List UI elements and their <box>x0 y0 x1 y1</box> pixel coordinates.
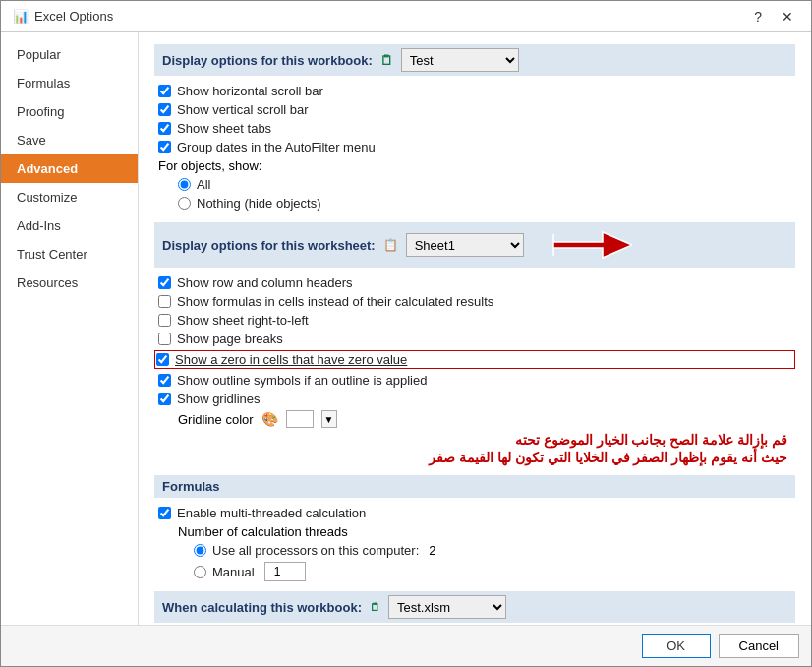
radio-nothing[interactable] <box>178 197 191 210</box>
gridline-color-label: Gridline color <box>178 412 254 427</box>
cancel-button[interactable]: Cancel <box>719 634 799 658</box>
sidebar-item-save[interactable]: Save <box>1 126 138 154</box>
when-calculating-label: When calculating this workbook: <box>162 600 362 615</box>
app-icon: 📊 <box>13 9 29 24</box>
arabic-text-line2: حيث أنه يقوم بإظهار الصفر في الخلايا الت… <box>162 450 787 465</box>
when-calculating-section-header: When calculating this workbook: 🗒 Test.x… <box>154 591 795 623</box>
vscroll-label: Show vertical scroll bar <box>177 102 309 117</box>
formulas-checkbox[interactable] <box>158 295 171 308</box>
rowcol-checkbox[interactable] <box>158 276 171 289</box>
sidebar-item-customize[interactable]: Customize <box>1 183 138 212</box>
svg-marker-0 <box>553 232 632 258</box>
outline-label: Show outline symbols if an outline is ap… <box>177 373 427 388</box>
gridlines-label: Show gridlines <box>177 392 261 406</box>
zeroval-row: Show a zero in cells that have zero valu… <box>154 350 795 369</box>
rtl-row: Show sheet right-to-left <box>154 313 795 328</box>
groupdates-row: Group dates in the AutoFilter menu <box>154 140 795 154</box>
sidebar-item-trustcenter[interactable]: Trust Center <box>1 240 138 269</box>
rtl-label: Show sheet right-to-left <box>177 313 309 328</box>
ok-button[interactable]: OK <box>642 634 711 658</box>
multithread-checkbox[interactable] <box>158 507 171 519</box>
arabic-text-line1: قم بإزالة علامة الصح بجانب الخيار الموضو… <box>162 432 787 448</box>
gridlines-row: Show gridlines <box>154 392 795 406</box>
sidebar-item-addins[interactable]: Add-Ins <box>1 212 138 240</box>
workbook-icon: 🗒 <box>380 53 393 68</box>
hscroll-checkbox[interactable] <box>158 85 171 97</box>
worksheet-dropdown[interactable]: Sheet1 <box>406 233 524 257</box>
manual-radio[interactable] <box>194 566 206 578</box>
sheettabs-checkbox[interactable] <box>158 122 171 135</box>
formulas-label: Show formulas in cells instead of their … <box>177 294 493 309</box>
gridline-color-dropdown-btn[interactable]: ▼ <box>321 410 337 428</box>
manual-label: Manual <box>212 565 255 579</box>
zeroval-label: Show a zero in cells that have zero valu… <box>175 352 407 367</box>
workbook-section-header: Display options for this workbook: 🗒 Tes… <box>154 44 795 76</box>
radio-all-label: All <box>197 177 210 192</box>
allprocessors-row: Use all processors on this computer: 2 <box>154 543 795 558</box>
title-bar: 📊 Excel Options ? ✕ <box>1 1 811 32</box>
radio-nothing-row: Nothing (hide objects) <box>154 196 795 211</box>
formulas-row: Show formulas in cells instead of their … <box>154 294 795 309</box>
radio-all[interactable] <box>178 178 191 191</box>
worksheet-section-header: Display options for this worksheet: 📋 Sh… <box>154 222 795 268</box>
rowcol-row: Show row and column headers <box>154 275 795 290</box>
gridline-color-icon: 🎨 <box>261 411 278 427</box>
hscroll-label: Show horizontal scroll bar <box>177 84 323 98</box>
num-threads-label: Number of calculation threads <box>178 524 348 539</box>
rowcol-label: Show row and column headers <box>177 275 353 290</box>
sheet-icon: 📋 <box>383 238 398 252</box>
vscroll-row: Show vertical scroll bar <box>154 102 795 117</box>
gridlines-checkbox[interactable] <box>158 393 171 405</box>
groupdates-checkbox[interactable] <box>158 141 171 153</box>
arrow-container <box>544 226 632 264</box>
main-content: Display options for this workbook: 🗒 Tes… <box>139 32 811 625</box>
workbook-dropdown[interactable]: Test <box>401 48 519 72</box>
allprocessors-label: Use all processors on this computer: <box>212 543 419 558</box>
sheettabs-row: Show sheet tabs <box>154 121 795 136</box>
dialog-body: Popular Formulas Proofing Save Advanced … <box>1 32 811 625</box>
title-bar-title: 📊 Excel Options <box>13 9 113 24</box>
num-threads-label-row: Number of calculation threads <box>154 524 795 539</box>
pagebreaks-label: Show page breaks <box>177 332 283 346</box>
allprocessors-value: 2 <box>429 543 435 558</box>
arrow-right-icon <box>544 226 632 264</box>
radio-all-row: All <box>154 177 795 192</box>
gridline-color-row: Gridline color 🎨 ▼ <box>178 410 795 428</box>
sidebar-item-proofing[interactable]: Proofing <box>1 97 138 126</box>
dialog-title: Excel Options <box>34 9 113 24</box>
groupdates-label: Group dates in the AutoFilter menu <box>177 140 376 154</box>
workbook-section-label: Display options for this workbook: <box>162 53 373 68</box>
footer: OK Cancel <box>1 625 811 666</box>
manual-value-input[interactable] <box>264 562 306 581</box>
multithread-label: Enable multi-threaded calculation <box>177 506 366 520</box>
hscroll-row: Show horizontal scroll bar <box>154 84 795 98</box>
when-calculating-dropdown[interactable]: Test.xlsm <box>388 595 506 619</box>
sidebar: Popular Formulas Proofing Save Advanced … <box>1 32 139 625</box>
sidebar-item-popular[interactable]: Popular <box>1 40 138 69</box>
sidebar-item-advanced[interactable]: Advanced <box>1 154 138 183</box>
gridline-color-box <box>286 410 314 428</box>
sheettabs-label: Show sheet tabs <box>177 121 271 136</box>
rtl-checkbox[interactable] <box>158 314 171 327</box>
sidebar-item-resources[interactable]: Resources <box>1 269 138 297</box>
zeroval-checkbox[interactable] <box>156 353 169 366</box>
help-button[interactable]: ? <box>748 7 768 27</box>
worksheet-section-label: Display options for this worksheet: <box>162 238 376 253</box>
excel-options-dialog: 📊 Excel Options ? ✕ Popular Formulas Pro… <box>0 0 812 667</box>
multithread-row: Enable multi-threaded calculation <box>154 506 795 520</box>
sidebar-item-formulas[interactable]: Formulas <box>1 69 138 97</box>
pagebreaks-row: Show page breaks <box>154 332 795 346</box>
outline-row: Show outline symbols if an outline is ap… <box>154 373 795 388</box>
formulas-section-header: Formulas <box>154 475 795 498</box>
outline-checkbox[interactable] <box>158 374 171 387</box>
radio-nothing-label: Nothing (hide objects) <box>197 196 320 211</box>
workbook2-icon: 🗒 <box>370 601 380 613</box>
allprocessors-radio[interactable] <box>194 544 206 557</box>
close-button[interactable]: ✕ <box>776 7 799 27</box>
for-objects-label: For objects, show: <box>154 158 795 173</box>
vscroll-checkbox[interactable] <box>158 103 171 116</box>
pagebreaks-checkbox[interactable] <box>158 333 171 345</box>
title-bar-controls: ? ✕ <box>748 7 799 27</box>
manual-row: Manual <box>154 562 795 581</box>
